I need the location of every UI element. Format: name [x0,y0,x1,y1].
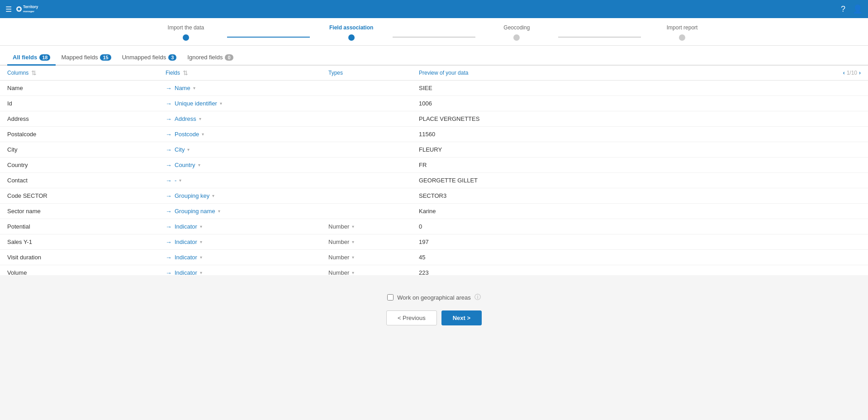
field-cell[interactable]: → Indicator ▾ [158,236,321,248]
column-cell: Sales Y-1 [0,236,158,248]
preview-next-icon[interactable]: › [859,70,861,76]
field-cell[interactable]: → Country ▾ [158,159,321,172]
bottom-area: Work on geographical areas ⓘ < Previous … [0,275,868,334]
step-geocoding: Geocoding [475,24,558,41]
next-button[interactable]: Next > [441,310,482,325]
type-cell [321,132,412,137]
table-row: Volume→ Indicator ▾Number ▾223 [0,265,868,275]
field-cell[interactable]: → Address ▾ [158,113,321,125]
type-cell [321,101,412,106]
step-geocoding-dot [513,34,520,41]
tab-ignored-label: Ignored fields [187,54,223,61]
step-field: Field association [310,24,393,41]
geo-areas-checkbox[interactable] [387,294,394,301]
column-cell: Postalcode [0,128,158,140]
preview-header: Preview of your data ‹ 1/10 › [419,69,861,76]
column-cell: Address [0,113,158,125]
type-cell [321,193,412,199]
table-row: Sector name→ Grouping name ▾Karine [0,204,868,219]
step-field-dot [348,34,355,41]
tab-ignored-fields[interactable]: Ignored fields 0 [182,50,238,66]
preview-cell: 223 [412,267,868,275]
tab-all-badge: 18 [39,54,50,61]
step-report: Import report [641,24,724,41]
hamburger-icon[interactable]: ☰ [5,5,12,14]
table-row: Address→ Address ▾PLACE VERGNETTES [0,111,868,127]
step-geocoding-label: Geocoding [503,24,530,31]
column-cell: Id [0,97,158,110]
connector-2 [393,37,475,38]
field-cell[interactable]: → - ▾ [158,174,321,187]
field-cell[interactable]: → Grouping name ▾ [158,205,321,218]
preview-cell: 45 [412,251,868,263]
preview-cell: 197 [412,236,868,248]
tabs: All fields 18 Mapped fields 15 Unmapped … [0,46,868,66]
table-row: Visit duration→ Indicator ▾Number ▾45 [0,250,868,265]
checkbox-row: Work on geographical areas ⓘ [387,293,480,301]
type-cell [321,209,412,214]
tab-all-label: All fields [13,54,37,61]
svg-point-1 [18,8,20,10]
user-icon[interactable]: 👤 [853,4,863,14]
connector-3 [558,37,641,38]
tab-mapped-fields[interactable]: Mapped fields 15 [56,50,116,66]
table-row: Postalcode→ Postcode ▾11560 [0,127,868,142]
tab-mapped-label: Mapped fields [61,54,98,61]
preview-prev-icon[interactable]: ‹ [843,70,845,76]
column-cell: Contact [0,174,158,186]
tab-unmapped-fields[interactable]: Unmapped fields 3 [117,50,182,66]
step-report-label: Import report [667,24,698,31]
tab-all-fields[interactable]: All fields 18 [7,50,56,66]
type-cell [321,86,412,91]
field-cell[interactable]: → Name ▾ [158,82,321,95]
step-field-label: Field association [329,24,373,31]
topnav-left: ☰ Territory manager [5,4,57,14]
fields-sort-icon[interactable]: ⇅ [183,69,188,76]
preview-cell: 0 [412,220,868,233]
table-row: Code SECTOR→ Grouping key ▾SECTOR3 [0,188,868,204]
field-cell[interactable]: → Unique identifier ▾ [158,97,321,110]
type-cell [321,162,412,168]
step-import-label: Import the data [168,24,204,31]
column-cell: Sector name [0,205,158,217]
preview-cell: Karine [412,205,868,217]
field-cell[interactable]: → Indicator ▾ [158,251,321,264]
columns-header: Columns ⇅ [7,69,166,76]
step-import: Import the data [145,24,228,41]
field-cell[interactable]: → Grouping key ▾ [158,190,321,202]
columns-sort-icon[interactable]: ⇅ [31,69,37,76]
tab-unmapped-badge: 3 [168,54,176,61]
help-icon[interactable]: ? [841,5,845,14]
table-row: Potential→ Indicator ▾Number ▾0 [0,219,868,234]
field-cell[interactable]: → City ▾ [158,143,321,156]
topnav-right: ? 👤 [841,4,863,14]
field-cell[interactable]: → Postcode ▾ [158,128,321,141]
column-cell: Country [0,159,158,171]
preview-page: 1/10 [847,70,857,76]
type-cell [321,178,412,183]
column-cell: Volume [0,267,158,275]
btn-row: < Previous Next > [386,310,482,325]
type-cell[interactable]: Number ▾ [321,267,412,275]
type-cell[interactable]: Number ▾ [321,251,412,263]
table-body: Name→ Name ▾SIEEId→ Unique identifier ▾1… [0,81,868,275]
preview-cell: FR [412,159,868,171]
column-cell: Code SECTOR [0,190,158,202]
info-icon[interactable]: ⓘ [474,293,481,301]
type-cell[interactable]: Number ▾ [321,220,412,233]
previous-button[interactable]: < Previous [386,310,437,325]
type-cell [321,116,412,122]
preview-cell: FLEURY [412,143,868,156]
geo-areas-label: Work on geographical areas [397,294,470,301]
tab-mapped-badge: 15 [100,54,111,61]
table-row: Sales Y-1→ Indicator ▾Number ▾197 [0,234,868,250]
tab-unmapped-label: Unmapped fields [122,54,166,61]
type-cell[interactable]: Number ▾ [321,236,412,248]
logo-svg: Territory manager [16,4,57,14]
column-cell: Name [0,82,158,94]
table-row: City→ City ▾FLEURY [0,142,868,158]
svg-text:Territory: Territory [23,5,38,9]
field-cell[interactable]: → Indicator ▾ [158,267,321,276]
step-report-dot [679,34,685,41]
field-cell[interactable]: → Indicator ▾ [158,220,321,233]
